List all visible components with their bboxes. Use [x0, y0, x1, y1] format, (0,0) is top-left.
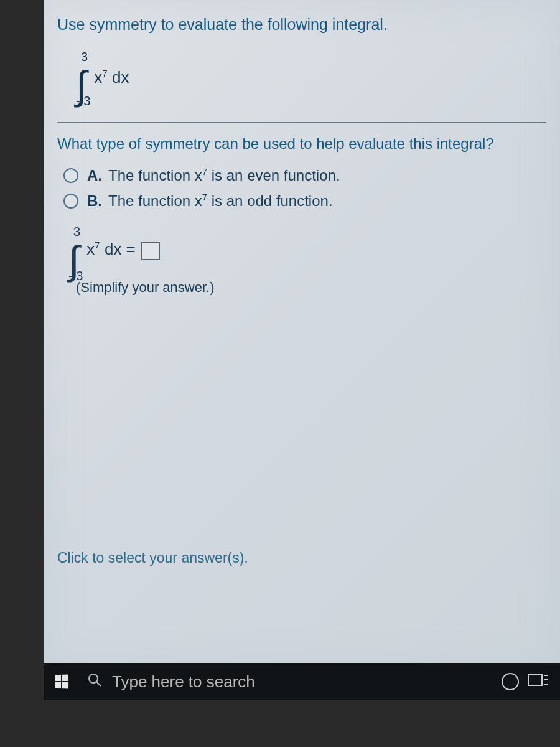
radio-b[interactable]: [63, 194, 78, 209]
svg-point-0: [89, 674, 98, 683]
integrand: x7 dx: [94, 68, 129, 87]
choice-a[interactable]: A. The function x7 is an even function.: [63, 166, 546, 184]
radio-a[interactable]: [63, 168, 78, 183]
windows-logo-icon: [55, 675, 68, 689]
screen: Use symmetry to evaluate the following i…: [0, 0, 560, 747]
symmetry-question: What type of symmetry can be used to hel…: [57, 135, 546, 153]
simplify-hint: (Simplify your answer.): [76, 280, 546, 296]
choice-b[interactable]: B. The function x7 is an odd function.: [63, 192, 546, 210]
cortana-icon[interactable]: [502, 673, 519, 690]
search-icon: [87, 672, 102, 692]
task-view-icon[interactable]: [528, 672, 549, 691]
ans-upper-bound: 3: [73, 225, 83, 239]
integral-sign: ∫: [76, 70, 90, 100]
taskbar-search[interactable]: Type here to search: [80, 672, 488, 692]
windows-taskbar: Type here to search: [44, 663, 560, 700]
svg-line-1: [96, 682, 101, 686]
instruction-text: Use symmetry to evaluate the following i…: [57, 16, 546, 34]
footer-instruction: Click to select your answer(s).: [57, 550, 248, 566]
integral-display: 3 ∫ - 3 x7 dx: [76, 46, 546, 105]
start-button[interactable]: [44, 663, 80, 700]
choice-b-text: The function x7 is an odd function.: [108, 192, 333, 210]
answer-integral: 3 ∫ - 3 x7 dx = (Simplify your answer.): [68, 222, 546, 296]
ans-integrand: x7 dx =: [86, 240, 160, 259]
upper-bound: 3: [81, 50, 90, 64]
choice-a-label: A.: [87, 167, 102, 184]
svg-rect-2: [528, 675, 542, 685]
ans-integral-sign: ∫: [68, 245, 83, 275]
question-panel: Use symmetry to evaluate the following i…: [44, 0, 560, 672]
choice-a-text: The function x7 is an even function.: [108, 166, 340, 184]
choice-b-label: B.: [87, 192, 102, 210]
divider: [57, 122, 546, 123]
answer-input-box[interactable]: [141, 242, 160, 260]
search-placeholder: Type here to search: [112, 672, 255, 692]
